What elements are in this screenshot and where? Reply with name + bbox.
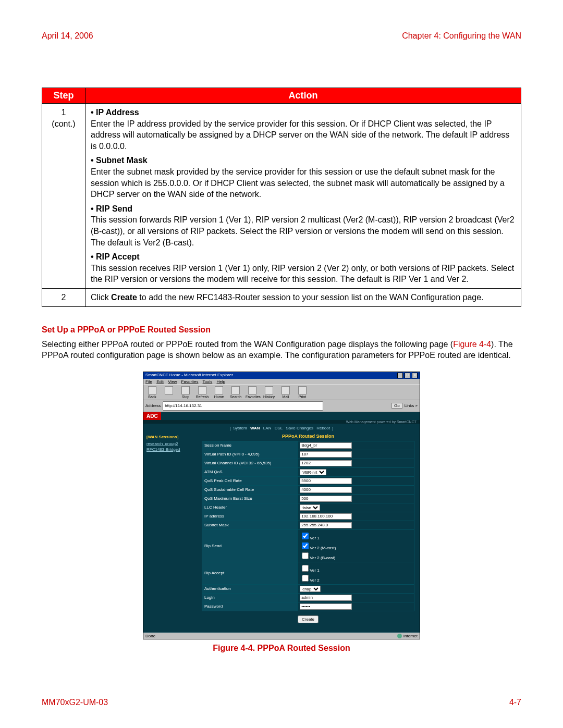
nav-system[interactable]: System — [233, 426, 247, 430]
tb-history[interactable]: History — [262, 386, 276, 399]
nav-lan[interactable]: LAN — [263, 426, 272, 430]
input-vci[interactable] — [300, 460, 352, 466]
step-num-1: 1 — [62, 108, 66, 117]
select-llc[interactable]: false — [300, 504, 320, 511]
input-login[interactable] — [300, 595, 352, 601]
tb-search-label: Search — [230, 395, 241, 399]
menu-view[interactable]: View — [168, 379, 177, 384]
address-label: Address — [145, 403, 161, 408]
tb-mail[interactable]: Mail — [279, 386, 292, 399]
opt-ripsend-v2m: Ver 2 (M-cast) — [310, 546, 336, 550]
row2-bold: Create — [111, 293, 137, 302]
chk-ripsend-v2b[interactable] — [302, 552, 309, 559]
close-icon[interactable]: × — [412, 373, 418, 378]
input-vpi[interactable] — [300, 451, 352, 458]
brand-logo: ADC — [143, 412, 161, 420]
web-mgmt-tag: Web Management powered by SmartCNCT — [143, 420, 420, 424]
links-button[interactable]: Links » — [405, 403, 418, 408]
browser-toolbar: Back Stop Refresh Home Search Favorites … — [143, 385, 420, 400]
input-session-name[interactable] — [300, 442, 352, 449]
step-cell-1: 1 (cont.) — [42, 104, 85, 289]
panel-title: PPPoA Routed Session — [202, 431, 414, 441]
tb-stop-label: Stop — [182, 395, 189, 399]
tb-favorites[interactable]: Favorites — [246, 386, 259, 399]
bullet-sm-head: • Subnet Mask — [91, 155, 516, 166]
select-atmqos[interactable]: VBR-nrt — [300, 469, 326, 475]
chk-ripsend-v1[interactable] — [302, 533, 309, 539]
top-nav: [ System WAN LAN DSL Save Changes Reboot… — [143, 424, 420, 431]
opt-ripaccept-v2: Ver 2 — [310, 578, 320, 583]
table-row: 1 (cont.) • IP Address Enter the IP addr… — [42, 104, 521, 289]
input-peak[interactable] — [300, 478, 352, 484]
menu-help[interactable]: Help — [217, 379, 225, 384]
tb-mail-label: Mail — [283, 395, 289, 399]
status-bar: Done Internet — [143, 633, 420, 639]
tb-stop[interactable]: Stop — [179, 386, 192, 399]
internet-icon — [397, 634, 402, 638]
step-cont: (cont.) — [52, 119, 75, 128]
input-pass[interactable] — [300, 603, 352, 610]
sidebar-item-research[interactable]: research_group2 — [146, 441, 199, 446]
menu-favorites[interactable]: Favorites — [181, 379, 199, 384]
header-chapter: Chapter 4: Configuring the WAN — [402, 31, 521, 41]
lbl-auth: Authentication — [202, 584, 298, 593]
figure-caption: Figure 4-4. PPPoA Routed Session — [42, 644, 521, 653]
tb-print-label: Print — [299, 395, 306, 399]
step-action-table: Step Action 1 (cont.) • IP Address Enter… — [42, 88, 521, 307]
browser-window: SmartCNCT Home - Microsoft Internet Expl… — [143, 372, 420, 639]
select-auth[interactable]: chap — [300, 586, 321, 592]
section-title: Set Up a PPPoA or PPPoE Routed Session — [42, 325, 521, 335]
minimize-icon[interactable]: _ — [397, 373, 403, 378]
lbl-burst: QoS Maximum Burst Size — [202, 494, 298, 503]
chk-ripaccept-v1[interactable] — [302, 565, 309, 572]
nav-save[interactable]: Save Changes — [286, 426, 313, 430]
footer-page-num: 4-7 — [509, 698, 521, 707]
row2-pre: Click — [91, 293, 111, 302]
page-header: April 14, 2006 Chapter 4: Configuring th… — [42, 31, 521, 41]
tb-favorites-label: Favorites — [246, 395, 261, 399]
bullet-ra-body: This session receives RIP version 1 (Ver… — [91, 263, 516, 285]
nav-reboot[interactable]: Reboot — [316, 426, 330, 430]
maximize-icon[interactable]: □ — [405, 373, 410, 378]
browser-titlebar: SmartCNCT Home - Microsoft Internet Expl… — [143, 372, 420, 379]
lbl-vpi: Virtual Path ID (VPI 0 - 4,095) — [202, 450, 298, 459]
nav-dsl[interactable]: DSL — [275, 426, 283, 430]
header-date: April 14, 2006 — [42, 31, 93, 41]
lbl-session-name: Session Name — [202, 441, 298, 450]
menu-edit[interactable]: Edit — [156, 379, 164, 384]
nav-wan[interactable]: WAN — [250, 426, 260, 430]
mail-icon — [282, 386, 290, 394]
menu-tools[interactable]: Tools — [203, 379, 213, 384]
chk-ripsend-v2m[interactable] — [302, 542, 309, 549]
lbl-login: Login — [202, 593, 298, 602]
tb-search[interactable]: Search — [229, 386, 242, 399]
tb-back[interactable]: Back — [145, 386, 159, 399]
input-burst[interactable] — [300, 496, 352, 502]
tb-refresh-label: Refresh — [196, 395, 209, 399]
figure-ref-link[interactable]: Figure 4-4 — [453, 340, 491, 349]
tb-home[interactable]: Home — [212, 386, 226, 399]
tb-refresh[interactable]: Refresh — [195, 386, 209, 399]
sidebar-item-rfc1483[interactable]: RFC1483-Bridged — [146, 447, 199, 452]
refresh-icon — [198, 386, 206, 394]
input-mask[interactable] — [300, 522, 352, 528]
status-right: Internet — [403, 634, 418, 638]
input-ip[interactable] — [300, 513, 352, 520]
lbl-mask: Subnet Mask — [202, 521, 298, 529]
th-step: Step — [42, 88, 85, 104]
tb-fwd[interactable] — [162, 386, 176, 399]
input-sust[interactable] — [300, 487, 352, 493]
back-icon — [148, 386, 156, 394]
tb-print[interactable]: Print — [296, 386, 309, 399]
opt-ripsend-v2b: Ver 2 (B-cast) — [310, 556, 335, 560]
page-content: ADC Web Management powered by SmartCNCT … — [143, 412, 420, 633]
lbl-peak: QoS Peak Cell Rate — [202, 476, 298, 485]
chk-ripaccept-v2[interactable] — [302, 575, 309, 582]
menu-file[interactable]: File — [145, 379, 152, 384]
address-input[interactable] — [163, 401, 323, 411]
row2-post: to add the new RFC1483-Router session to… — [137, 293, 484, 302]
create-button[interactable] — [298, 615, 319, 623]
lbl-vci: Virtual Channel ID (VCI 32 - 65,535) — [202, 459, 298, 467]
go-button[interactable]: Go — [391, 403, 402, 409]
config-form: Session Name Virtual Path ID (VPI 0 - 4,… — [202, 441, 414, 611]
